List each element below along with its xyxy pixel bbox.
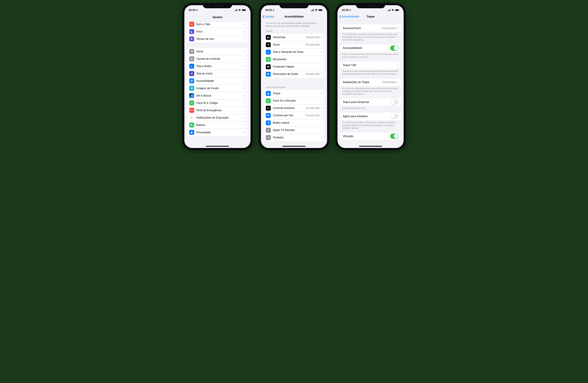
row-reachability[interactable]: Alcançabilidade	[340, 45, 401, 52]
notch	[279, 3, 309, 8]
chevron-icon	[397, 64, 399, 66]
wifi-icon	[391, 9, 394, 11]
row-motion[interactable]: Movimento	[264, 56, 324, 63]
phone-settings: 16:33➤ Ajustes Som e Tato Foco	[182, 3, 253, 150]
footer-shake-to-undo: Se você costuma agitar o iPhone por acid…	[340, 120, 401, 130]
chevron-icon	[321, 51, 322, 53]
location-icon: ➤	[349, 9, 351, 11]
svg-rect-17	[191, 73, 192, 74]
row-display[interactable]: AA Tela e Brilho	[187, 63, 248, 70]
touch-list: AssistiveTouch Desativado O AssistiveTou…	[337, 21, 404, 148]
hand-icon	[189, 130, 194, 135]
row-control-center[interactable]: Central de Controle	[187, 55, 248, 63]
row-screen-time[interactable]: Tempo de Uso	[187, 35, 248, 43]
gear-icon	[189, 49, 194, 54]
row-accessibility[interactable]: Acessibilidade	[187, 77, 248, 85]
svg-point-10	[192, 59, 192, 60]
row-focus[interactable]: Foco	[187, 28, 248, 35]
svg-rect-14	[191, 72, 192, 73]
back-button[interactable]: Ajustes	[262, 15, 274, 18]
battery-icon	[395, 9, 399, 11]
row-touch-accommodations[interactable]: Adaptações de Toque Desativado	[340, 79, 401, 86]
apps-grid-icon	[189, 71, 194, 76]
phone-touch: 16:33➤ Acessibilidade Toque AssistiveTou…	[335, 3, 406, 150]
row-spoken-content[interactable]: Conteúdo Falado	[264, 63, 324, 70]
chevron-icon	[321, 100, 322, 102]
row-display-text-size[interactable]: AA Tela e Tamanho do Texto	[264, 48, 324, 56]
chevron-icon	[397, 27, 399, 29]
row-sos[interactable]: SOS SOS de Emergência	[187, 107, 248, 114]
svg-rect-55	[269, 107, 269, 108]
svg-rect-40	[193, 125, 193, 125]
row-label: Acessibilidade	[196, 79, 244, 83]
home-indicator[interactable]	[206, 146, 229, 147]
wifi-icon	[238, 9, 241, 11]
row-voiceover[interactable]: VoiceOver Desativado	[264, 34, 324, 41]
row-home-screen[interactable]: Tela de Início	[187, 70, 248, 77]
svg-point-52	[268, 100, 268, 101]
chevron-icon	[321, 66, 322, 68]
switch-reachability[interactable]	[390, 45, 399, 51]
svg-rect-18	[192, 73, 193, 74]
row-switch-control[interactable]: Controle Assistivo Desativado	[264, 105, 324, 112]
chevron-icon	[321, 73, 322, 75]
row-exposure-notifications[interactable]: Notificações de Exposição	[187, 114, 248, 121]
row-label: Tela e Tamanho do Texto	[273, 50, 321, 54]
row-voice-control[interactable]: Controle por Voz Desativado	[264, 112, 324, 119]
row-face-id[interactable]: Face ID e Código	[187, 99, 248, 107]
row-audio-descriptions[interactable]: Descrições de Áudio Desativado	[264, 70, 324, 78]
svg-rect-39	[191, 125, 193, 126]
svg-point-35	[191, 117, 191, 117]
chevron-icon	[244, 65, 246, 68]
row-label: Descrições de Áudio	[273, 72, 306, 76]
switch-vibration[interactable]	[390, 134, 399, 139]
chevron-icon	[397, 81, 399, 83]
row-haptic-touch[interactable]: Toque Tátil	[340, 61, 401, 69]
wallpaper-icon	[189, 86, 194, 91]
switch-tap-to-wake[interactable]	[390, 99, 399, 105]
svg-text:A: A	[268, 52, 269, 53]
chevron-icon	[321, 114, 322, 117]
row-label: Som e Tato	[196, 23, 244, 26]
row-value: Desativado	[306, 72, 320, 76]
row-battery[interactable]: Bateria	[187, 121, 248, 129]
svg-rect-58	[268, 122, 269, 124]
row-touch[interactable]: Toque	[264, 90, 324, 97]
row-sound-haptics[interactable]: Som e Tato	[187, 22, 248, 28]
home-indicator[interactable]	[359, 146, 382, 147]
row-label: Siri e Busca	[196, 94, 244, 97]
chevron-icon	[321, 136, 322, 139]
switch-shake-to-undo[interactable]	[390, 114, 399, 119]
row-keyboards[interactable]: Teclados	[264, 134, 324, 141]
location-icon: ➤	[196, 9, 198, 11]
back-button[interactable]: Acessibilidade	[339, 15, 359, 18]
moon-icon	[189, 29, 194, 34]
chevron-icon	[244, 58, 246, 60]
chevron-icon	[321, 92, 322, 94]
row-tap-to-wake[interactable]: Toque para Despertar	[340, 98, 401, 106]
row-side-button[interactable]: Botão Lateral	[264, 119, 324, 127]
row-value: Desativado	[306, 36, 320, 39]
row-face-id-attention[interactable]: Face ID e Atenção	[264, 97, 324, 105]
svg-point-8	[191, 58, 191, 59]
row-shake-to-undo[interactable]: Agitar para Desfazer	[340, 113, 401, 120]
row-assistivetouch[interactable]: AssistiveTouch Desativado	[340, 24, 401, 32]
home-indicator[interactable]	[283, 146, 305, 147]
row-vibration[interactable]: Vibração	[340, 133, 401, 140]
svg-point-32	[191, 118, 192, 119]
chevron-icon	[244, 38, 246, 40]
nav-bar: Acessibilidade Toque	[337, 13, 404, 21]
row-privacy[interactable]: Privacidade	[187, 129, 248, 136]
touch-icon	[266, 91, 271, 96]
row-general[interactable]: Geral	[187, 48, 248, 55]
row-label: Controle por Voz	[273, 114, 306, 117]
row-label: Face ID e Atenção	[273, 99, 321, 102]
row-label: Agitar para Desfazer	[343, 115, 390, 118]
svg-point-30	[191, 117, 192, 118]
accessibility-list: Os recursos de acessibilidade ajudam a p…	[261, 21, 327, 148]
chevron-icon	[244, 87, 246, 90]
row-apple-tv-remote[interactable]: Apple TV Remote	[264, 127, 324, 134]
row-zoom[interactable]: Zoom Desativado	[264, 41, 324, 48]
row-siri[interactable]: Siri e Busca	[187, 92, 248, 99]
row-wallpaper[interactable]: Imagem de Fundo	[187, 85, 248, 92]
